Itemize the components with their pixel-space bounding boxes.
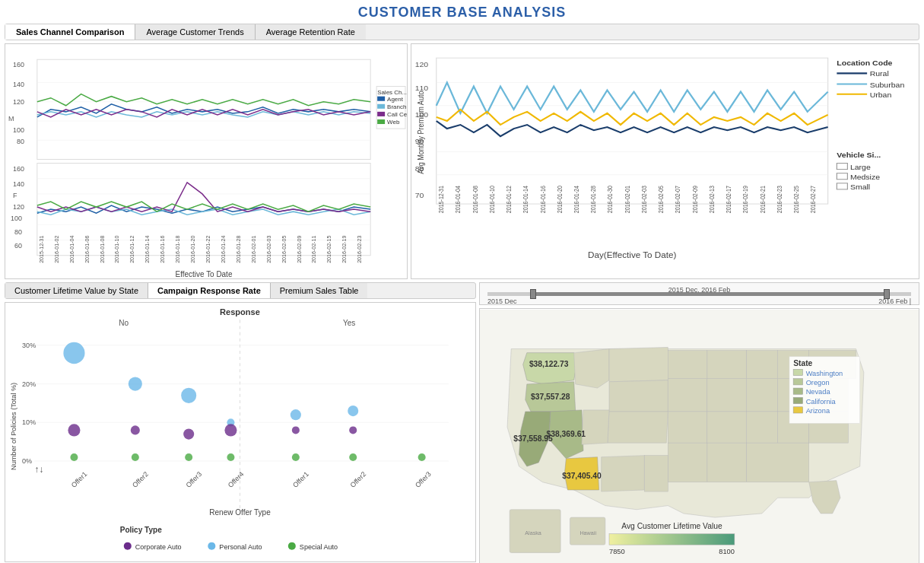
- svg-text:F: F: [13, 192, 17, 199]
- svg-text:2016-02-25: 2016-02-25: [793, 186, 801, 213]
- svg-text:2016-01-28: 2016-01-28: [590, 186, 598, 213]
- svg-point-138: [292, 426, 300, 434]
- svg-rect-54: [377, 112, 385, 116]
- svg-rect-176: [707, 443, 747, 482]
- svg-point-137: [291, 409, 301, 420]
- svg-rect-175: [746, 443, 808, 482]
- svg-text:Arizona: Arizona: [806, 407, 830, 415]
- svg-rect-164: [746, 379, 777, 412]
- svg-text:2016-02-23: 2016-02-23: [357, 236, 362, 263]
- svg-text:2016-01-12: 2016-01-12: [506, 186, 513, 213]
- svg-text:Avg Monthly Premium Auto: Avg Monthly Premium Auto: [417, 91, 426, 174]
- svg-text:Day(Effective To Date): Day(Effective To Date): [588, 250, 676, 259]
- svg-text:2016-01-08: 2016-01-08: [472, 186, 479, 213]
- svg-text:Personal Auto: Personal Auto: [219, 543, 262, 551]
- svg-text:2016-02-27: 2016-02-27: [810, 186, 818, 213]
- svg-rect-178: [644, 456, 668, 491]
- slider-left-label: 2015 Dec: [487, 297, 517, 305]
- svg-text:Medsize: Medsize: [850, 173, 881, 180]
- svg-point-136: [227, 453, 234, 461]
- svg-rect-50: [377, 97, 385, 101]
- svg-text:2016-02-13: 2016-02-13: [708, 186, 716, 213]
- svg-text:Rural: Rural: [870, 70, 889, 78]
- svg-text:2016-01-02: 2016-01-02: [54, 236, 59, 263]
- svg-rect-58: [411, 44, 919, 278]
- svg-point-127: [70, 453, 78, 461]
- svg-text:2016-01-10: 2016-01-10: [114, 236, 119, 263]
- svg-text:2016-02-21: 2016-02-21: [759, 186, 767, 213]
- svg-text:70: 70: [415, 192, 424, 199]
- svg-text:2016-02-09: 2016-02-09: [297, 236, 302, 263]
- svg-point-140: [348, 406, 358, 416]
- svg-text:2016-02-03: 2016-02-03: [266, 236, 271, 263]
- tab-sales-channel[interactable]: Sales Channel Comparison: [5, 24, 135, 40]
- svg-rect-172: [746, 351, 777, 379]
- svg-rect-160: [668, 379, 707, 412]
- tab-avg-customer-trends[interactable]: Average Customer Trends: [135, 24, 255, 40]
- top-tab-bar: Sales Channel Comparison Average Custome…: [5, 24, 919, 40]
- svg-rect-56: [377, 119, 385, 124]
- slider-right-handle[interactable]: [884, 289, 890, 299]
- svg-text:2016-01-10: 2016-01-10: [488, 186, 496, 213]
- svg-point-129: [131, 425, 140, 434]
- avg-customer-trends-chart: 120 110 100 90 80 70 Avg Monthly Premium…: [411, 43, 919, 279]
- svg-rect-177: [668, 443, 707, 482]
- svg-text:Corporate Auto: Corporate Auto: [135, 543, 182, 551]
- svg-text:120: 120: [13, 98, 24, 106]
- svg-rect-196: [793, 397, 802, 403]
- svg-rect-163: [707, 412, 747, 443]
- slider-left-handle[interactable]: [530, 289, 536, 299]
- svg-text:Oregon: Oregon: [806, 379, 830, 386]
- svg-text:2016-01-20: 2016-01-20: [556, 186, 564, 213]
- svg-text:120: 120: [415, 61, 429, 68]
- svg-text:Location Code: Location Code: [837, 59, 893, 67]
- svg-text:2016-01-16: 2016-01-16: [539, 186, 547, 213]
- svg-text:Renew Offer Type: Renew Offer Type: [209, 508, 271, 517]
- svg-point-126: [68, 424, 80, 436]
- svg-rect-108: [837, 183, 847, 189]
- svg-point-135: [224, 424, 237, 436]
- svg-point-132: [183, 428, 194, 439]
- svg-point-142: [349, 453, 357, 461]
- tab-avg-retention-rate[interactable]: Average Retention Rate: [256, 24, 366, 40]
- svg-text:140: 140: [13, 80, 24, 87]
- svg-text:Web: Web: [387, 119, 400, 126]
- svg-text:2016-01-24: 2016-01-24: [221, 236, 226, 263]
- svg-rect-198: [793, 407, 802, 413]
- svg-text:Sales Ch...: Sales Ch...: [377, 89, 407, 96]
- svg-text:2016-01-22: 2016-01-22: [205, 236, 211, 263]
- tab-customer-lifetime[interactable]: Customer Lifetime Value by State: [5, 283, 148, 298]
- svg-point-143: [418, 453, 426, 461]
- svg-text:M: M: [8, 115, 14, 122]
- svg-text:$37,558.95: $37,558.95: [513, 434, 553, 443]
- tab-campaign-response[interactable]: Campaign Response Rate: [148, 283, 271, 298]
- svg-rect-194: [793, 388, 802, 394]
- svg-text:2016-01-18: 2016-01-18: [175, 236, 180, 263]
- svg-text:Urban: Urban: [870, 91, 892, 98]
- svg-text:Call Ce...: Call Ce...: [387, 111, 407, 118]
- svg-text:160: 160: [13, 165, 24, 173]
- svg-text:$37,405.40: $37,405.40: [562, 472, 602, 480]
- svg-text:Special Auto: Special Auto: [300, 543, 338, 551]
- svg-text:30%: 30%: [22, 342, 36, 349]
- svg-rect-161: [668, 412, 707, 443]
- svg-text:No: No: [119, 319, 129, 327]
- svg-text:2016-02-19: 2016-02-19: [341, 236, 347, 263]
- svg-text:7850: 7850: [609, 548, 625, 555]
- svg-text:Suburban: Suburban: [870, 81, 905, 88]
- svg-rect-165: [746, 412, 777, 443]
- svg-text:Vehicle Si...: Vehicle Si...: [837, 151, 881, 159]
- page-title: CUSTOMER BASE ANALYSIS: [0, 0, 924, 24]
- svg-point-128: [129, 377, 142, 390]
- bottom-right-panel: 2015 Dec. 2016 Feb 2015 Dec 2016 Feb |: [479, 282, 919, 562]
- date-range-slider[interactable]: 2015 Dec. 2016 Feb 2015 Dec 2016 Feb |: [479, 282, 919, 305]
- svg-text:2015-12-31: 2015-12-31: [39, 236, 44, 263]
- svg-text:2016-01-04: 2016-01-04: [455, 185, 462, 213]
- svg-text:2016-02-11: 2016-02-11: [311, 236, 316, 263]
- bottom-tab-bar: Customer Lifetime Value by State Campaig…: [5, 282, 476, 299]
- tab-premium-sales[interactable]: Premium Sales Table: [271, 283, 368, 298]
- svg-text:$37,557.28: $37,557.28: [531, 393, 570, 401]
- svg-text:0%: 0%: [22, 457, 32, 465]
- svg-text:2016-01-08: 2016-01-08: [100, 236, 105, 263]
- bottom-section: Customer Lifetime Value by State Campaig…: [5, 282, 919, 562]
